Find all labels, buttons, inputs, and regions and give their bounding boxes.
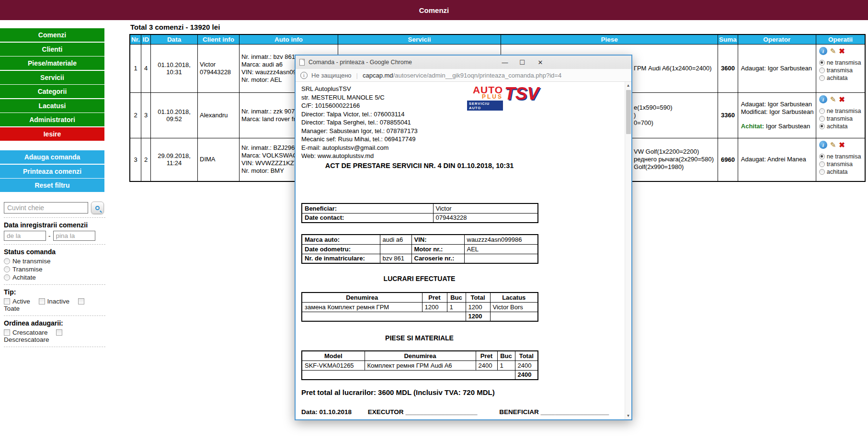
- minimize-button[interactable]: —: [498, 56, 512, 69]
- radio-icon[interactable]: [819, 161, 825, 167]
- works-col-total: Total: [466, 293, 490, 302]
- printeaza-comenzi-button[interactable]: Printeaza comenzi: [0, 165, 104, 178]
- achitat-line: Achitat: Igor Sarbustean: [741, 123, 814, 130]
- document-viewport: SRL AutoplusTSV str. MESTERUL MANOLE 5/C…: [296, 82, 631, 419]
- col-id: ID: [141, 34, 151, 44]
- search-button[interactable]: [91, 202, 104, 214]
- close-button[interactable]: ✕: [533, 56, 548, 69]
- scrollbar-thumb[interactable]: [626, 90, 631, 134]
- address-bar[interactable]: i Не защищено | capcap.md/autoservice/ad…: [296, 69, 631, 82]
- logo-tsv-text: TSV: [504, 86, 539, 101]
- status-option-transmise[interactable]: Transmise: [4, 266, 105, 273]
- col-suma: Suma: [718, 34, 738, 44]
- radio-icon[interactable]: [819, 108, 825, 114]
- orders-header-row: Nr. ID Data Client info Auto info Servic…: [130, 34, 865, 44]
- radio-icon[interactable]: [819, 169, 825, 175]
- cell-client: Alexandru: [198, 92, 240, 138]
- scroll-up-icon[interactable]: ▲: [627, 82, 630, 89]
- cell-operatii: i ✎ ✖ ne transmisa transmisa achitata: [816, 92, 865, 138]
- sidebar-item-clienti[interactable]: Clienti: [0, 43, 104, 56]
- row-status-transmisa[interactable]: transmisa: [819, 67, 863, 74]
- value-motor-nr: AEL: [464, 244, 538, 254]
- sidebar-item-administratori[interactable]: Administratori: [0, 113, 104, 126]
- sidebar-item-categorii[interactable]: Categorii: [0, 85, 104, 98]
- window-title-bar[interactable]: Comanda - printeaza - Google Chrome — ☐ …: [296, 56, 631, 69]
- info-icon[interactable]: i: [819, 47, 827, 55]
- act-title: ACT DE PRESTARE SERVICII NR. 4 DIN 01.10…: [301, 162, 537, 169]
- site-info-icon[interactable]: i: [300, 72, 308, 79]
- status-option-ne-transmise[interactable]: Ne transmise: [4, 258, 105, 265]
- radio-icon[interactable]: [819, 124, 825, 129]
- filters-panel: Data inregistrarii comenzii - Status com…: [4, 202, 105, 350]
- label-marca-auto: Marca auto:: [302, 235, 380, 244]
- parts-col-total: Total: [515, 351, 538, 360]
- date-from-input[interactable]: [4, 231, 46, 241]
- beneficiar-label: BENEFICIAR: [499, 408, 539, 416]
- sidebar-item-lacatusi[interactable]: Lacatusi: [0, 99, 104, 113]
- scrollbar[interactable]: ▲ ▼: [625, 82, 631, 419]
- status-option-achitate[interactable]: Achitate: [4, 274, 105, 281]
- info-icon[interactable]: i: [819, 141, 827, 149]
- security-status: Не защищено: [311, 72, 352, 79]
- parts-total-row: 2400: [302, 370, 538, 380]
- delete-icon[interactable]: ✖: [839, 47, 845, 56]
- radio-icon[interactable]: [4, 266, 10, 272]
- beneficiar-signature-line: ___________________: [541, 408, 609, 416]
- url-host: capcap.md: [363, 72, 393, 79]
- radio-icon[interactable]: [819, 154, 825, 159]
- checkbox-icon[interactable]: [78, 298, 84, 304]
- row-status-ne-transmisa[interactable]: ne transmisa: [819, 59, 863, 66]
- col-data: Data: [151, 34, 198, 44]
- edit-icon[interactable]: ✎: [830, 47, 836, 56]
- radio-icon[interactable]: [4, 258, 10, 264]
- radio-icon[interactable]: [819, 116, 825, 122]
- radio-icon[interactable]: [819, 68, 825, 73]
- sidebar-gap: [0, 141, 104, 150]
- info-icon[interactable]: i: [819, 95, 827, 103]
- row-status-ne-transmisa[interactable]: ne transmisa: [819, 108, 863, 114]
- divider: [4, 315, 105, 316]
- checkbox-icon[interactable]: [4, 329, 10, 336]
- url-path: /autoservice/admin__gik91oqn/printeaza_c…: [393, 72, 562, 79]
- row-status-achitata[interactable]: achitata: [819, 75, 863, 81]
- row-status-achitata[interactable]: achitata: [819, 123, 863, 130]
- delete-icon[interactable]: ✖: [839, 141, 845, 149]
- row-status-transmisa[interactable]: transmisa: [819, 161, 863, 168]
- order-option-crescatoare[interactable]: Crescatoare: [4, 329, 48, 336]
- checkbox-icon[interactable]: [56, 329, 62, 336]
- col-client-info: Client info: [198, 34, 240, 44]
- piese-table: Model Denumirea Pret Buc Total SKF-VKMA0…: [301, 350, 538, 380]
- radio-icon[interactable]: [819, 75, 825, 81]
- sidebar-item-servicii[interactable]: Servicii: [0, 71, 104, 84]
- sidebar-item-iesire[interactable]: Iesire: [0, 127, 104, 141]
- row-status-ne-transmisa[interactable]: ne transmisa: [819, 153, 863, 160]
- edit-icon[interactable]: ✎: [830, 95, 836, 104]
- row-status-transmisa[interactable]: transmisa: [819, 115, 863, 122]
- print-preview-window: Comanda - printeaza - Google Chrome — ☐ …: [295, 55, 632, 420]
- scroll-down-icon[interactable]: ▼: [627, 412, 630, 419]
- orders-summary: Total 3 comenzi - 13920 lei: [130, 23, 866, 31]
- radio-icon[interactable]: [819, 60, 825, 66]
- company-info: SRL AutoplusTSV str. MESTERUL MANOLE 5/C…: [301, 85, 418, 160]
- delete-icon[interactable]: ✖: [839, 95, 845, 104]
- maximize-button[interactable]: ☐: [515, 56, 529, 69]
- adauga-comanda-button[interactable]: Adauga comanda: [0, 150, 104, 164]
- reset-filtru-button[interactable]: Reset filtru: [0, 179, 104, 192]
- tip-option-inactive[interactable]: Inactive: [39, 298, 70, 305]
- radio-icon[interactable]: [4, 274, 10, 281]
- row-status-achitata[interactable]: achitata: [819, 169, 863, 175]
- cell-operatii: i ✎ ✖ ne transmisa transmisa achitata: [816, 44, 865, 92]
- label-caroserie-nr: Caroserie nr.:: [411, 254, 464, 263]
- parts-col-buc: Buc: [497, 351, 515, 360]
- edit-icon[interactable]: ✎: [830, 141, 836, 149]
- tip-option-active[interactable]: Active: [4, 298, 30, 305]
- order-filter-label: Ordinea adaugarii:: [4, 319, 105, 327]
- auto-table: Marca auto: audi a6 VIN: wauzzz4asn09998…: [301, 234, 538, 264]
- keyword-search-input[interactable]: [4, 202, 88, 214]
- date-to-input[interactable]: [53, 231, 95, 241]
- checkbox-icon[interactable]: [39, 298, 45, 304]
- sidebar-item-piese-materiale[interactable]: Piese/materiale: [0, 56, 104, 70]
- checkbox-icon[interactable]: [4, 298, 10, 304]
- col-operator: Operator: [738, 34, 816, 44]
- sidebar-item-comenzi[interactable]: Comenzi: [0, 28, 104, 42]
